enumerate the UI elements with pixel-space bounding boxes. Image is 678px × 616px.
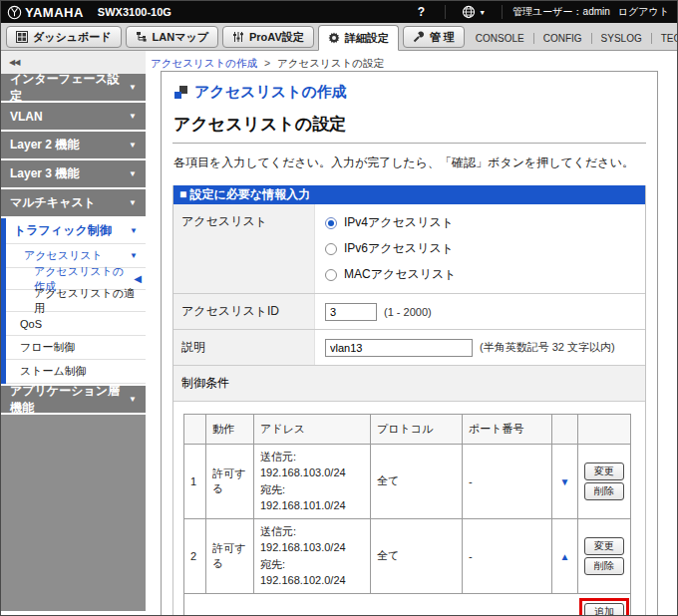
radio-label: IPv6アクセスリスト	[344, 240, 454, 257]
yamaha-logo: YAMAHA	[7, 5, 84, 20]
console-link[interactable]: CONSOLE	[467, 33, 533, 44]
table-header-row: 動作 アドレス プロトコル ポート番号	[184, 415, 631, 445]
sidebar-item-label: アクセスリスト	[24, 248, 103, 263]
tab-advanced-settings[interactable]: 詳細設定	[318, 25, 399, 51]
row-address: 送信元: 192.168.103.0/24 宛先: 192.168.101.0/…	[254, 444, 371, 518]
sidebar-item-label: QoS	[20, 318, 42, 330]
radio-unselected-icon[interactable]	[325, 243, 337, 255]
active-page-marker-icon: ◀	[134, 273, 142, 284]
chevron-down-icon: ▼	[130, 226, 138, 235]
col-address: アドレス	[254, 415, 371, 445]
language-selector[interactable]: ▼	[452, 5, 496, 19]
collapse-icon: ◀◀	[9, 58, 19, 67]
tab-proav-label: ProAV設定	[249, 30, 304, 45]
sidebar-item-interface-settings[interactable]: インターフェース設定 ▼	[1, 74, 146, 101]
radio-selected-icon[interactable]	[325, 217, 337, 229]
radio-ipv4-access-list[interactable]: IPv4アクセスリスト	[325, 214, 454, 231]
gear-icon	[328, 32, 340, 44]
col-move	[552, 415, 578, 445]
sidebar-item-application-layer[interactable]: アプリケーション層機能 ▼	[1, 386, 146, 413]
table-row: 1 許可する 送信元: 192.168.103.0/24 宛先: 192.168…	[184, 444, 631, 518]
radio-unselected-icon[interactable]	[325, 269, 337, 281]
chevron-down-icon: ▼	[130, 251, 138, 260]
tab-proav[interactable]: ProAV設定	[222, 26, 314, 48]
row-action: 許可する	[206, 444, 254, 518]
chevron-down-icon: ▼	[129, 83, 137, 92]
config-link[interactable]: CONFIG	[534, 33, 591, 44]
access-list-type-label: アクセスリスト	[173, 204, 315, 293]
sidebar-item-layer3[interactable]: Layer 3 機能 ▼	[1, 160, 146, 187]
logout-button[interactable]: ログアウト	[618, 5, 669, 19]
tab-dashboard-label: ダッシュボード	[33, 30, 112, 45]
radio-mac-access-list[interactable]: MACアクセスリスト	[325, 266, 457, 283]
header-separator	[445, 5, 446, 19]
chevron-down-icon: ▼	[129, 198, 137, 207]
help-button[interactable]: ?	[404, 5, 439, 19]
settings-form: ■ 設定に必要な情報入力 アクセスリスト IPv4アクセスリスト IPv6アクセ…	[172, 185, 646, 616]
change-button[interactable]: 変更	[584, 537, 624, 555]
sidebar-item-access-list-apply[interactable]: アクセスリストの適用	[6, 290, 146, 312]
techinfo-link[interactable]: TECHINFO	[652, 33, 678, 44]
breadcrumb-parent-link[interactable]: アクセスリストの作成	[151, 57, 257, 69]
device-model: SWX3100-10G	[98, 6, 171, 18]
access-list-id-input[interactable]	[325, 303, 377, 321]
move-down-button[interactable]: ▼	[560, 476, 570, 487]
radio-label: MACアクセスリスト	[344, 266, 457, 283]
sidebar-item-layer2[interactable]: Layer 2 機能 ▼	[1, 132, 146, 158]
sidebar-nav: ◀◀ インターフェース設定 ▼ VLAN ▼ Layer 2 機能 ▼ Laye…	[1, 51, 146, 615]
sidebar-group-label: Layer 2 機能	[10, 137, 79, 154]
tab-management-label: 管 理	[430, 30, 455, 45]
row-address: 送信元: 192.168.103.0/24 宛先: 192.168.102.0/…	[254, 518, 371, 593]
radio-ipv6-access-list[interactable]: IPv6アクセスリスト	[325, 240, 454, 257]
form-section-header: ■ 設定に必要な情報入力	[173, 185, 645, 204]
conditions-table: 動作 アドレス プロトコル ポート番号 1 許可する	[183, 414, 631, 616]
delete-button[interactable]: 削除	[584, 482, 624, 500]
sidebar-item-label: フロー制御	[20, 340, 76, 355]
main-panel: アクセスリストの作成 アクセスリストの設定 各項目を入力してください。入力が完了…	[161, 71, 658, 616]
wrench-icon	[413, 31, 425, 43]
col-action: 動作	[206, 415, 254, 445]
move-up-button[interactable]: ▲	[560, 551, 570, 562]
tab-dashboard[interactable]: ダッシュボード	[6, 26, 122, 48]
delete-button[interactable]: 削除	[584, 557, 624, 575]
row-port: -	[463, 518, 552, 593]
chevron-down-icon: ▼	[129, 112, 137, 121]
page-section-icon	[174, 86, 187, 99]
sidebar-filler	[1, 415, 146, 611]
section-heading: アクセスリストの作成	[174, 83, 646, 102]
access-list-id-row: アクセスリストID (1 - 2000)	[173, 294, 645, 330]
change-button[interactable]: 変更	[584, 462, 624, 480]
chevron-down-icon: ▼	[129, 169, 137, 178]
add-button[interactable]: 追加	[584, 603, 624, 616]
row-port: -	[463, 444, 552, 518]
sidebar-item-traffic-control[interactable]: トラフィック制御 ▼	[6, 218, 146, 244]
divider	[172, 143, 646, 144]
chevron-down-icon: ▼	[479, 9, 486, 16]
sidebar-traffic-control-group: トラフィック制御 ▼ アクセスリスト ▼ アクセスリストの作成 ◀ アクセスリス…	[1, 218, 146, 384]
sliders-icon	[232, 31, 244, 43]
conditions-section-label: 制御条件	[173, 366, 645, 402]
tab-management[interactable]: 管 理	[403, 26, 465, 48]
description-input[interactable]	[325, 339, 473, 357]
col-number	[184, 415, 206, 445]
sidebar-group-label: アプリケーション層機能	[10, 383, 124, 417]
chevron-down-icon: ▼	[129, 141, 137, 150]
instructions-text: 各項目を入力してください。入力が完了したら、「確認」ボタンを押してください。	[173, 154, 646, 171]
row-address-src: 送信元: 192.168.103.0/24	[260, 523, 364, 556]
tab-lanmap[interactable]: LANマップ	[126, 26, 218, 48]
section-title: アクセスリストの作成	[194, 83, 347, 102]
sidebar-group-label: マルチキャスト	[10, 194, 96, 211]
sidebar-item-flow-control[interactable]: フロー制御	[6, 336, 146, 360]
brand-text: YAMAHA	[25, 5, 84, 20]
globe-icon	[462, 5, 476, 19]
table-footer-row: 追加	[184, 593, 631, 616]
sidebar-item-qos[interactable]: QoS	[6, 312, 146, 336]
sidebar-item-vlan[interactable]: VLAN ▼	[1, 103, 146, 130]
sidebar-item-storm-control[interactable]: ストーム制御	[6, 360, 146, 384]
lanmap-icon	[136, 31, 148, 43]
breadcrumb-current: アクセスリストの設定	[277, 57, 384, 69]
header-separator	[502, 5, 503, 19]
col-protocol: プロトコル	[371, 415, 463, 445]
sidebar-item-multicast[interactable]: マルチキャスト ▼	[1, 189, 146, 216]
syslog-link[interactable]: SYSLOG	[592, 33, 651, 44]
